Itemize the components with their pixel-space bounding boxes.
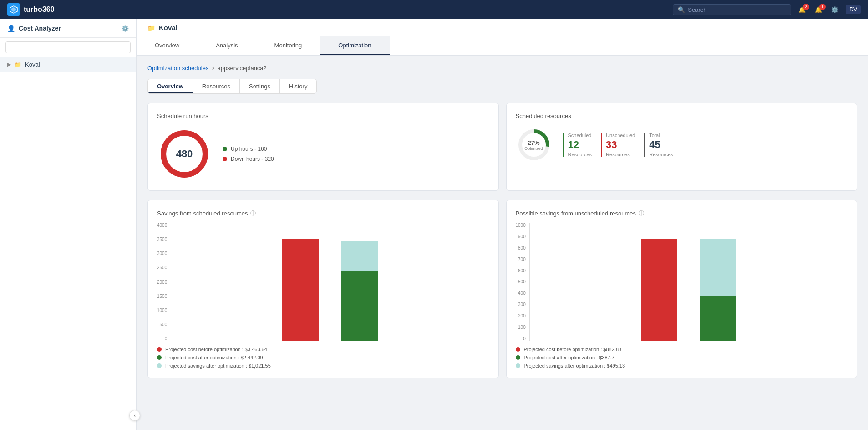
scheduled-stat: Scheduled 12 Resources xyxy=(563,133,592,157)
main-topbar: 📁 Kovai xyxy=(137,19,868,36)
app-layout: 👤 Cost Analyzer ⚙️ ▶ 📁 Kovai 📁 Kovai Ove… xyxy=(0,19,868,430)
navbar-brand: turbo360 xyxy=(7,3,55,16)
settings-button[interactable]: ⚙️ xyxy=(829,5,840,15)
legend-before: Projected cost before optimization : $3,… xyxy=(157,347,489,352)
legend-before-2: Projected cost before optimization : $88… xyxy=(516,347,848,352)
scheduled-resources-card: Scheduled resources 27% Optimized xyxy=(506,103,858,191)
search-input[interactable] xyxy=(688,6,786,13)
avatar[interactable]: DV xyxy=(846,5,861,14)
breadcrumb-separator: > xyxy=(211,65,214,72)
info-icon[interactable]: ⓘ xyxy=(250,210,256,217)
breadcrumb-link[interactable]: Optimization schedules xyxy=(147,65,208,72)
donut-chart: 480 xyxy=(157,127,212,181)
bar-after-optimization xyxy=(341,271,378,341)
down-hours-legend: Down hours - 320 xyxy=(223,156,274,162)
folder-icon: 📁 xyxy=(15,61,21,68)
breadcrumb: Optimization schedules > appserviceplanc… xyxy=(147,65,857,72)
legend-dot-savings xyxy=(157,363,162,368)
legend-dot-before xyxy=(157,347,162,352)
info-icon-2[interactable]: ⓘ xyxy=(639,210,644,217)
possible-savings-chart-area: 1000 900 800 700 600 500 400 300 200 100… xyxy=(516,223,848,341)
search-icon: 🔍 xyxy=(678,6,685,13)
navbar-right: 🔍 🔔 3 🔔 1 ⚙️ DV xyxy=(673,4,861,15)
sidebar-settings-icon[interactable]: ⚙️ xyxy=(122,25,129,32)
savings-chart-title: Savings from scheduled resources ⓘ xyxy=(157,210,489,217)
bar-after-2 xyxy=(700,296,736,341)
chevron-icon: ▶ xyxy=(7,61,11,67)
bar-group-4 xyxy=(700,223,736,341)
chevron-left-icon: ‹ xyxy=(134,412,136,419)
gear-icon: ⚙️ xyxy=(831,6,838,13)
schedule-card-inner: 480 Up hours - 160 xyxy=(157,127,489,181)
small-donut-label: 27% Optimized xyxy=(524,139,543,151)
bar-group-2 xyxy=(341,223,378,341)
schedule-hours-title: Schedule run hours xyxy=(157,113,489,119)
alerts-button[interactable]: 🔔 1 xyxy=(813,5,824,15)
sidebar-title: 👤 Cost Analyzer xyxy=(7,25,61,32)
legend-savings-2: Projected savings after optimization : $… xyxy=(516,363,848,369)
resource-stats: Scheduled 12 Resources Unscheduled 33 Re… xyxy=(563,133,673,157)
search-bar[interactable]: 🔍 xyxy=(673,4,791,15)
legend-dot-savings-2 xyxy=(516,363,520,368)
bar-savings xyxy=(341,241,378,271)
notifications-badge: 3 xyxy=(803,4,809,10)
sub-tab-history[interactable]: History xyxy=(280,79,316,93)
sub-tab-settings[interactable]: Settings xyxy=(240,79,280,93)
sub-tab-overview[interactable]: Overview xyxy=(148,79,193,93)
bar-group-3 xyxy=(641,223,677,341)
bars-container xyxy=(171,223,489,341)
up-hours-dot xyxy=(223,147,227,151)
up-hours-label: Up hours - 160 xyxy=(231,146,267,152)
sub-tab-resources[interactable]: Resources xyxy=(193,79,240,93)
charts-row: Savings from scheduled resources ⓘ 4000 … xyxy=(147,200,857,378)
svg-marker-1 xyxy=(11,7,16,12)
tab-monitoring[interactable]: Monitoring xyxy=(256,36,320,55)
sidebar-item-kovai[interactable]: ▶ 📁 Kovai xyxy=(0,57,136,72)
sidebar-search xyxy=(0,38,136,57)
sidebar-header: 👤 Cost Analyzer ⚙️ xyxy=(0,19,136,38)
brand-name: turbo360 xyxy=(24,5,55,14)
possible-savings-chart-card: Possible savings from unscheduled resour… xyxy=(506,200,858,378)
sub-tab-bar: Overview Resources Settings History xyxy=(147,79,317,94)
legend-after-2: Projected cost after optimization : $387… xyxy=(516,355,848,360)
bar-before-optimization xyxy=(282,239,319,341)
legend-after: Projected cost after optimization : $2,4… xyxy=(157,355,489,360)
legend-dot-after xyxy=(157,355,162,360)
tab-optimization[interactable]: Optimization xyxy=(320,36,389,55)
alerts-badge: 1 xyxy=(819,4,826,10)
unscheduled-stat: Unscheduled 33 Resources xyxy=(601,133,635,157)
down-hours-label: Down hours - 320 xyxy=(231,156,274,162)
navbar: turbo360 🔍 🔔 3 🔔 1 ⚙️ DV xyxy=(0,0,868,19)
savings-chart-area: 4000 3500 3000 2500 2000 1500 1000 500 0 xyxy=(157,223,489,341)
y-axis-2: 1000 900 800 700 600 500 400 300 200 100… xyxy=(516,223,529,341)
total-stat: Total 45 Resources xyxy=(644,133,673,157)
bar-savings-2 xyxy=(700,239,736,296)
breadcrumb-current: appserviceplanca2 xyxy=(217,65,266,72)
content-area: Optimization schedules > appserviceplanc… xyxy=(137,56,868,430)
legend-dot-before-2 xyxy=(516,347,520,352)
down-hours-dot xyxy=(223,157,227,161)
sidebar-search-input[interactable] xyxy=(5,41,131,53)
brand-logo xyxy=(7,3,20,16)
legend-savings: Projected savings after optimization : $… xyxy=(157,363,489,369)
bar-before-2 xyxy=(641,239,677,341)
small-donut-chart: 27% Optimized xyxy=(516,127,552,163)
notifications-button[interactable]: 🔔 3 xyxy=(797,5,807,15)
resources-card-inner: 27% Optimized Scheduled 12 Resources xyxy=(516,127,848,163)
cost-analyzer-icon: 👤 xyxy=(7,25,15,32)
collapse-sidebar-button[interactable]: ‹ xyxy=(129,410,140,421)
up-hours-legend: Up hours - 160 xyxy=(223,146,274,152)
tab-analysis[interactable]: Analysis xyxy=(198,36,256,55)
legend-dot-after-2 xyxy=(516,355,520,360)
scheduled-resources-title: Scheduled resources xyxy=(516,113,848,119)
savings-chart-legend: Projected cost before optimization : $3,… xyxy=(157,347,489,369)
cards-row: Schedule run hours xyxy=(147,103,857,191)
possible-savings-chart-legend: Projected cost before optimization : $88… xyxy=(516,347,848,369)
possible-savings-chart-title: Possible savings from unscheduled resour… xyxy=(516,210,848,217)
sidebar: 👤 Cost Analyzer ⚙️ ▶ 📁 Kovai xyxy=(0,19,137,430)
tab-overview[interactable]: Overview xyxy=(137,36,198,55)
donut-label: 480 xyxy=(176,148,193,160)
savings-chart-card: Savings from scheduled resources ⓘ 4000 … xyxy=(147,200,499,378)
folder-topbar-icon: 📁 xyxy=(147,24,155,31)
donut-legend: Up hours - 160 Down hours - 320 xyxy=(223,146,274,162)
